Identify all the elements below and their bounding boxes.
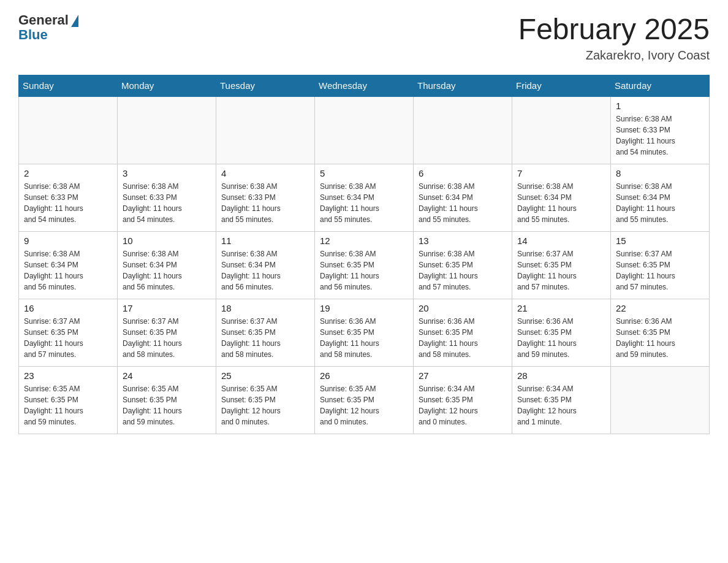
day-number: 4 [221, 168, 309, 178]
calendar-day-cell [414, 96, 512, 164]
calendar-day-cell: 26Sunrise: 6:35 AM Sunset: 6:35 PM Dayli… [315, 366, 414, 434]
calendar-day-cell: 19Sunrise: 6:36 AM Sunset: 6:35 PM Dayli… [315, 299, 414, 366]
calendar-day-cell: 6Sunrise: 6:38 AM Sunset: 6:34 PM Daylig… [414, 164, 512, 231]
logo-blue-text: Blue [18, 27, 48, 43]
day-number: 12 [320, 236, 408, 246]
calendar-day-cell: 4Sunrise: 6:38 AM Sunset: 6:33 PM Daylig… [216, 164, 315, 231]
calendar-day-cell: 27Sunrise: 6:34 AM Sunset: 6:35 PM Dayli… [414, 366, 512, 434]
day-info: Sunrise: 6:35 AM Sunset: 6:35 PM Dayligh… [320, 383, 408, 427]
day-number: 19 [320, 303, 408, 313]
day-number: 7 [517, 168, 605, 178]
day-info: Sunrise: 6:38 AM Sunset: 6:34 PM Dayligh… [320, 181, 408, 225]
day-info: Sunrise: 6:35 AM Sunset: 6:35 PM Dayligh… [123, 383, 211, 427]
weekday-header-saturday: Saturday [611, 75, 710, 97]
day-number: 23 [24, 370, 112, 381]
calendar-day-cell: 14Sunrise: 6:37 AM Sunset: 6:35 PM Dayli… [512, 231, 611, 299]
day-number: 3 [123, 168, 211, 178]
page-header: General Blue February 2025 Zakarekro, Iv… [18, 12, 710, 63]
location-subtitle: Zakarekro, Ivory Coast [518, 48, 710, 63]
day-info: Sunrise: 6:37 AM Sunset: 6:35 PM Dayligh… [24, 316, 112, 360]
calendar-week-row: 23Sunrise: 6:35 AM Sunset: 6:35 PM Dayli… [19, 366, 710, 434]
logo: General Blue [18, 12, 78, 43]
day-number: 5 [320, 168, 408, 178]
day-info: Sunrise: 6:34 AM Sunset: 6:35 PM Dayligh… [419, 383, 507, 427]
calendar-day-cell: 7Sunrise: 6:38 AM Sunset: 6:34 PM Daylig… [512, 164, 611, 231]
calendar-day-cell: 3Sunrise: 6:38 AM Sunset: 6:33 PM Daylig… [118, 164, 216, 231]
calendar-day-cell: 2Sunrise: 6:38 AM Sunset: 6:33 PM Daylig… [19, 164, 118, 231]
day-info: Sunrise: 6:36 AM Sunset: 6:35 PM Dayligh… [320, 316, 408, 360]
day-number: 9 [24, 236, 112, 246]
day-number: 17 [123, 303, 211, 313]
day-info: Sunrise: 6:36 AM Sunset: 6:35 PM Dayligh… [616, 316, 704, 360]
day-number: 18 [221, 303, 309, 313]
day-number: 27 [419, 370, 507, 381]
weekday-header-monday: Monday [118, 75, 216, 97]
calendar-day-cell [118, 96, 216, 164]
weekday-header-sunday: Sunday [19, 75, 118, 97]
calendar-day-cell: 5Sunrise: 6:38 AM Sunset: 6:34 PM Daylig… [315, 164, 414, 231]
calendar-day-cell: 24Sunrise: 6:35 AM Sunset: 6:35 PM Dayli… [118, 366, 216, 434]
day-info: Sunrise: 6:36 AM Sunset: 6:35 PM Dayligh… [419, 316, 507, 360]
logo-triangle-icon [71, 15, 78, 27]
weekday-header-thursday: Thursday [414, 75, 512, 97]
day-number: 16 [24, 303, 112, 313]
logo-general-text: General [18, 12, 69, 28]
day-number: 10 [123, 236, 211, 246]
day-info: Sunrise: 6:37 AM Sunset: 6:35 PM Dayligh… [221, 316, 309, 360]
calendar-day-cell: 28Sunrise: 6:34 AM Sunset: 6:35 PM Dayli… [512, 366, 611, 434]
calendar-day-cell: 12Sunrise: 6:38 AM Sunset: 6:35 PM Dayli… [315, 231, 414, 299]
calendar-day-cell [216, 96, 315, 164]
day-number: 14 [517, 236, 605, 246]
weekday-header-row: SundayMondayTuesdayWednesdayThursdayFrid… [19, 75, 710, 97]
calendar-day-cell: 15Sunrise: 6:37 AM Sunset: 6:35 PM Dayli… [611, 231, 710, 299]
calendar-day-cell: 20Sunrise: 6:36 AM Sunset: 6:35 PM Dayli… [414, 299, 512, 366]
calendar-day-cell: 9Sunrise: 6:38 AM Sunset: 6:34 PM Daylig… [19, 231, 118, 299]
calendar-day-cell: 10Sunrise: 6:38 AM Sunset: 6:34 PM Dayli… [118, 231, 216, 299]
day-info: Sunrise: 6:38 AM Sunset: 6:34 PM Dayligh… [419, 181, 507, 225]
day-number: 24 [123, 370, 211, 381]
day-info: Sunrise: 6:38 AM Sunset: 6:33 PM Dayligh… [123, 181, 211, 225]
day-info: Sunrise: 6:37 AM Sunset: 6:35 PM Dayligh… [123, 316, 211, 360]
day-number: 2 [24, 168, 112, 178]
day-number: 15 [616, 236, 704, 246]
calendar-day-cell: 11Sunrise: 6:38 AM Sunset: 6:34 PM Dayli… [216, 231, 315, 299]
day-number: 1 [616, 101, 704, 111]
calendar-week-row: 2Sunrise: 6:38 AM Sunset: 6:33 PM Daylig… [19, 164, 710, 231]
day-info: Sunrise: 6:34 AM Sunset: 6:35 PM Dayligh… [517, 383, 605, 427]
day-number: 28 [517, 370, 605, 381]
calendar-day-cell [512, 96, 611, 164]
calendar-header: SundayMondayTuesdayWednesdayThursdayFrid… [19, 75, 710, 97]
calendar-week-row: 9Sunrise: 6:38 AM Sunset: 6:34 PM Daylig… [19, 231, 710, 299]
day-info: Sunrise: 6:38 AM Sunset: 6:34 PM Dayligh… [123, 248, 211, 293]
day-number: 13 [419, 236, 507, 246]
calendar-day-cell: 23Sunrise: 6:35 AM Sunset: 6:35 PM Dayli… [19, 366, 118, 434]
day-info: Sunrise: 6:37 AM Sunset: 6:35 PM Dayligh… [517, 248, 605, 293]
day-number: 8 [616, 168, 704, 178]
calendar-day-cell: 8Sunrise: 6:38 AM Sunset: 6:34 PM Daylig… [611, 164, 710, 231]
day-info: Sunrise: 6:37 AM Sunset: 6:35 PM Dayligh… [616, 248, 704, 293]
title-section: February 2025 Zakarekro, Ivory Coast [518, 12, 710, 63]
day-info: Sunrise: 6:35 AM Sunset: 6:35 PM Dayligh… [221, 383, 309, 427]
calendar-week-row: 16Sunrise: 6:37 AM Sunset: 6:35 PM Dayli… [19, 299, 710, 366]
calendar-day-cell: 16Sunrise: 6:37 AM Sunset: 6:35 PM Dayli… [19, 299, 118, 366]
calendar-day-cell [19, 96, 118, 164]
day-info: Sunrise: 6:38 AM Sunset: 6:34 PM Dayligh… [221, 248, 309, 293]
weekday-header-tuesday: Tuesday [216, 75, 315, 97]
day-info: Sunrise: 6:38 AM Sunset: 6:34 PM Dayligh… [24, 248, 112, 293]
day-info: Sunrise: 6:38 AM Sunset: 6:33 PM Dayligh… [221, 181, 309, 225]
calendar-table: SundayMondayTuesdayWednesdayThursdayFrid… [18, 75, 710, 434]
calendar-day-cell: 18Sunrise: 6:37 AM Sunset: 6:35 PM Dayli… [216, 299, 315, 366]
day-number: 11 [221, 236, 309, 246]
calendar-day-cell [315, 96, 414, 164]
day-number: 26 [320, 370, 408, 381]
day-info: Sunrise: 6:35 AM Sunset: 6:35 PM Dayligh… [24, 383, 112, 427]
day-info: Sunrise: 6:36 AM Sunset: 6:35 PM Dayligh… [517, 316, 605, 360]
day-info: Sunrise: 6:38 AM Sunset: 6:33 PM Dayligh… [24, 181, 112, 225]
month-title: February 2025 [518, 12, 710, 46]
weekday-header-wednesday: Wednesday [315, 75, 414, 97]
day-info: Sunrise: 6:38 AM Sunset: 6:33 PM Dayligh… [616, 113, 704, 158]
weekday-header-friday: Friday [512, 75, 611, 97]
calendar-day-cell: 25Sunrise: 6:35 AM Sunset: 6:35 PM Dayli… [216, 366, 315, 434]
calendar-day-cell: 1Sunrise: 6:38 AM Sunset: 6:33 PM Daylig… [611, 96, 710, 164]
calendar-day-cell: 21Sunrise: 6:36 AM Sunset: 6:35 PM Dayli… [512, 299, 611, 366]
